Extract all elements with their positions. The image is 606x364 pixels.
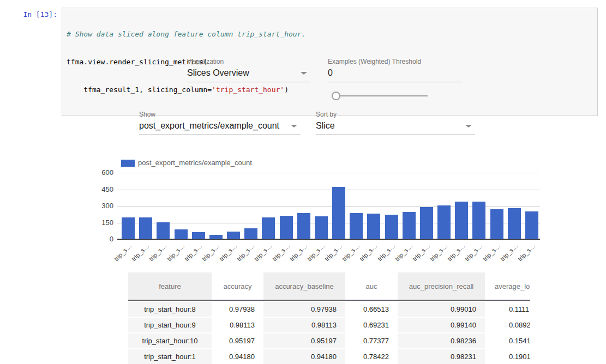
sort-by-selected-option: Slice <box>316 121 335 130</box>
bar[interactable] <box>297 213 310 239</box>
show-metric-dropdown[interactable]: Show post_export_metrics/example_count <box>139 111 301 135</box>
bar[interactable] <box>472 202 485 239</box>
metric-cell: 0.94180 <box>212 349 263 364</box>
code-text: ) <box>284 86 289 94</box>
bar[interactable] <box>122 217 135 239</box>
chevron-down-icon <box>291 125 297 128</box>
bar[interactable] <box>350 213 363 239</box>
metric-cell: 0.95197 <box>212 333 263 348</box>
y-axis-tick-label: 0 <box>98 235 113 244</box>
threshold-label: Examples (Weighted) Threshold <box>328 58 463 65</box>
y-axis-tick-label: 150 <box>98 219 113 227</box>
bar[interactable] <box>175 229 188 239</box>
code-comment-line: # Show data sliced along feature column … <box>67 29 593 39</box>
bar[interactable] <box>420 207 433 239</box>
bar[interactable] <box>385 215 398 239</box>
sort-by-label: Sort by <box>316 111 475 118</box>
metrics-table-container: featureaccuracyaccuracy_baselineaucauc_p… <box>128 272 530 364</box>
legend-swatch <box>121 160 135 167</box>
bar[interactable] <box>139 217 152 239</box>
table-row: trip_start_hour:80.979380.979380.665130.… <box>128 302 530 317</box>
visualization-dropdown[interactable]: Visualization Slices Overview <box>187 58 310 82</box>
show-label: Show <box>139 111 301 118</box>
gridline <box>117 190 540 190</box>
bar[interactable] <box>525 211 538 239</box>
bar[interactable] <box>403 212 416 239</box>
visualization-label: Visualization <box>187 58 310 65</box>
bar[interactable] <box>367 214 380 239</box>
visualization-selected-option: Slices Overview <box>187 68 249 77</box>
sort-by-dropdown[interactable]: Sort by Slice <box>316 111 475 135</box>
bar[interactable] <box>315 216 328 239</box>
show-selected-option: post_export_metrics/example_count <box>139 121 279 130</box>
show-value[interactable]: post_export_metrics/example_count <box>139 121 301 135</box>
notebook-output-page: In [13]: # Show data sliced along featur… <box>0 0 606 364</box>
metric-cell: 0.78422 <box>345 349 398 364</box>
bar[interactable] <box>455 202 468 239</box>
metric-cell: 0.0892 <box>485 318 530 332</box>
threshold-slider-track[interactable] <box>336 95 428 96</box>
table-row: trip_start_hour:100.951970.951970.773770… <box>128 333 530 348</box>
column-header[interactable]: accuracy_baseline <box>263 272 345 300</box>
slices-bar-chart: post_export_metrics/example_count 015030… <box>98 157 548 266</box>
metric-cell: 0.1541 <box>485 333 530 348</box>
metric-cell: 0.99010 <box>398 302 485 317</box>
bar[interactable] <box>332 187 345 239</box>
chevron-down-icon <box>301 72 307 75</box>
threshold-field[interactable]: Examples (Weighted) Threshold 0 <box>328 58 463 82</box>
column-header[interactable]: average_los <box>485 272 530 300</box>
y-axis-tick-label: 450 <box>98 185 113 194</box>
metric-cell: 0.95197 <box>263 333 345 348</box>
threshold-slider-handle[interactable] <box>332 92 340 100</box>
bar[interactable] <box>437 205 451 239</box>
table-row: trip_start_hour:10.941800.941800.784220.… <box>128 349 530 364</box>
code-line: tfma_result_1, slicing_column='trip_star… <box>67 85 593 94</box>
metric-cell: 0.98113 <box>263 318 345 332</box>
visualization-value[interactable]: Slices Overview <box>187 68 310 82</box>
column-header[interactable]: auc_precision_recall <box>398 272 485 300</box>
code-text: tfma_result_1, slicing_column= <box>67 86 212 94</box>
gridline <box>117 173 540 173</box>
legend-label: post_export_metrics/example_count <box>138 159 252 167</box>
bar[interactable] <box>508 208 521 239</box>
column-header[interactable]: feature <box>128 272 212 300</box>
metric-cell: 0.97938 <box>263 302 345 317</box>
y-axis-tick-label: 600 <box>98 168 113 177</box>
metric-cell: 0.66513 <box>345 302 398 317</box>
metric-cell: 0.1901 <box>485 349 530 364</box>
feature-cell: trip_start_hour:8 <box>128 302 212 317</box>
bar[interactable] <box>157 222 170 239</box>
metric-cell: 0.99140 <box>398 318 485 332</box>
metric-cell: 0.69231 <box>345 318 398 332</box>
sort-by-value[interactable]: Slice <box>316 121 475 135</box>
metrics-table: featureaccuracyaccuracy_baselineaucauc_p… <box>128 272 530 364</box>
feature-cell: trip_start_hour:1 <box>128 349 212 364</box>
code-string-literal: 'trip_start_hour' <box>212 86 284 94</box>
bar[interactable] <box>280 216 293 239</box>
metric-cell: 0.94180 <box>263 349 345 364</box>
table-header-row: featureaccuracyaccuracy_baselineaucauc_p… <box>128 272 530 301</box>
column-header[interactable]: auc <box>345 272 398 300</box>
column-header[interactable]: accuracy <box>212 272 263 300</box>
bar[interactable] <box>490 209 503 239</box>
y-axis-tick-label: 300 <box>98 202 113 210</box>
metric-cell: 0.98113 <box>212 318 263 332</box>
feature-cell: trip_start_hour:10 <box>128 333 212 348</box>
metric-cell: 0.77377 <box>345 333 398 348</box>
bar[interactable] <box>262 217 275 239</box>
metric-cell: 0.98236 <box>398 333 485 348</box>
metric-cell: 0.98231 <box>398 349 485 364</box>
metric-cell: 0.1111 <box>485 302 530 317</box>
threshold-input[interactable]: 0 <box>328 68 463 82</box>
table-row: trip_start_hour:90.981130.981130.692310.… <box>128 318 530 332</box>
chevron-down-icon <box>465 125 472 128</box>
bar[interactable] <box>209 235 223 239</box>
bar[interactable] <box>227 232 240 239</box>
feature-cell: trip_start_hour:9 <box>128 318 212 332</box>
bar[interactable] <box>244 228 257 239</box>
metric-cell: 0.97938 <box>212 302 263 317</box>
bar[interactable] <box>192 232 205 239</box>
cell-execution-prompt: In [13]: <box>0 10 57 19</box>
